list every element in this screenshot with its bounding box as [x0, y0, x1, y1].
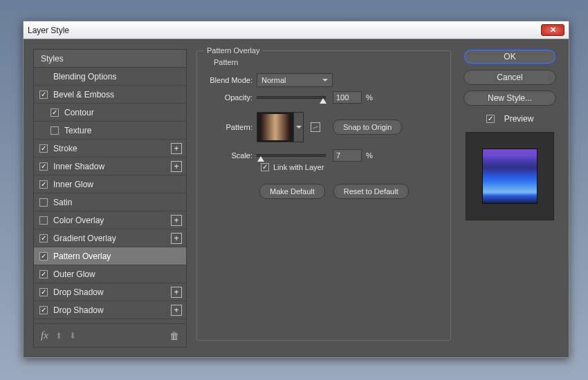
sidebar-item-label: Stroke: [53, 144, 77, 153]
snap-to-origin-button[interactable]: Snap to Origin: [333, 120, 402, 135]
link-with-layer-label: Link with Layer: [273, 163, 324, 171]
create-pattern-icon[interactable]: [311, 122, 320, 132]
style-checkbox[interactable]: [39, 288, 48, 296]
make-default-button[interactable]: Make Default: [259, 184, 325, 199]
style-checkbox[interactable]: [50, 126, 59, 135]
opacity-input[interactable]: [333, 91, 362, 104]
window-title: Layer Style: [28, 26, 69, 35]
add-effect-icon[interactable]: +: [171, 305, 182, 316]
sidebar-item-label: Outer Glow: [53, 269, 95, 279]
sidebar-item-gradient-overlay[interactable]: Gradient Overlay+: [34, 229, 186, 247]
sidebar-item-stroke[interactable]: Stroke+: [34, 140, 186, 158]
sidebar-item-satin[interactable]: Satin: [34, 193, 186, 211]
blend-mode-select[interactable]: Normal: [257, 73, 333, 87]
scale-label: Scale:: [207, 151, 257, 160]
sidebar-item-label: Contour: [64, 108, 94, 117]
opacity-label: Opacity:: [207, 93, 257, 102]
sidebar-item-outer-glow[interactable]: Outer Glow: [34, 265, 186, 283]
scale-slider[interactable]: [257, 154, 326, 157]
opacity-slider[interactable]: [257, 96, 326, 99]
settings-panel: Pattern Overlay Pattern Blend Mode: Norm…: [196, 49, 451, 348]
preview-checkbox[interactable]: [486, 115, 495, 123]
close-icon: ✕: [550, 26, 556, 35]
style-checkbox[interactable]: [39, 234, 48, 243]
sidebar-item-inner-glow[interactable]: Inner Glow: [34, 175, 186, 193]
sidebar-item-label: Drop Shadow: [53, 305, 104, 315]
sidebar-item-label: Drop Shadow: [53, 287, 104, 297]
close-button[interactable]: ✕: [541, 24, 564, 36]
style-checkbox[interactable]: [50, 108, 59, 117]
sidebar-item-label: Satin: [53, 198, 72, 207]
fieldset-sublegend: Pattern: [214, 58, 238, 66]
style-checkbox[interactable]: [39, 180, 48, 189]
style-checkbox[interactable]: [39, 162, 48, 171]
cancel-button[interactable]: Cancel: [463, 70, 556, 85]
blend-mode-label: Blend Mode:: [207, 76, 257, 84]
opacity-unit: %: [366, 93, 373, 102]
sidebar-item-texture[interactable]: Texture: [34, 122, 186, 140]
sidebar-item-label: Color Overlay: [53, 216, 104, 225]
scale-input[interactable]: [333, 149, 362, 162]
style-checkbox[interactable]: [39, 270, 48, 278]
fx-icon[interactable]: fx: [41, 330, 48, 341]
preview-box: [466, 132, 554, 220]
add-effect-icon[interactable]: +: [171, 233, 182, 244]
sidebar-item-blending-options[interactable]: Blending Options: [34, 68, 186, 86]
pattern-overlay-fieldset: Pattern Overlay Pattern Blend Mode: Norm…: [196, 50, 451, 341]
reset-default-button[interactable]: Reset to Default: [333, 184, 409, 199]
styles-list-panel: Styles Blending Options Bevel & EmbossCo…: [33, 49, 187, 348]
sidebar-item-label: Inner Shadow: [53, 162, 104, 171]
scale-thumb[interactable]: [257, 153, 264, 162]
blend-mode-value: Normal: [261, 76, 286, 84]
style-checkbox[interactable]: [39, 198, 48, 207]
add-effect-icon[interactable]: +: [171, 287, 182, 298]
sidebar-item-drop-shadow[interactable]: Drop Shadow+: [34, 283, 186, 301]
sidebar-item-inner-shadow[interactable]: Inner Shadow+: [34, 158, 186, 175]
add-effect-icon[interactable]: +: [171, 215, 182, 226]
style-checkbox[interactable]: [39, 91, 48, 99]
style-checkbox[interactable]: [39, 144, 48, 153]
sidebar-item-label: Texture: [64, 126, 91, 135]
add-effect-icon[interactable]: +: [171, 143, 182, 154]
style-checkbox[interactable]: [39, 306, 48, 314]
sidebar-item-bevel-emboss[interactable]: Bevel & Emboss: [34, 86, 186, 104]
preview-toggle-row: Preview: [486, 114, 534, 124]
style-checkbox[interactable]: [39, 216, 48, 225]
link-with-layer-checkbox[interactable]: [261, 163, 269, 171]
move-down-icon[interactable]: ⬇: [69, 331, 76, 341]
layer-style-dialog: Layer Style ✕ Styles Blending Options Be…: [23, 21, 569, 358]
style-checkbox[interactable]: [39, 252, 48, 260]
sidebar-item-color-overlay[interactable]: Color Overlay+: [34, 211, 186, 229]
sidebar-item-label: Gradient Overlay: [53, 234, 116, 243]
preview-label: Preview: [504, 114, 534, 124]
trash-icon[interactable]: 🗑: [169, 330, 179, 341]
pattern-picker-dropdown[interactable]: [294, 112, 304, 142]
sidebar-item-contour[interactable]: Contour: [34, 104, 186, 122]
sidebar-item-label: Pattern Overlay: [53, 251, 111, 261]
styles-footer: fx ⬆ ⬇ 🗑: [34, 323, 186, 347]
preview-swatch: [483, 149, 537, 203]
opacity-thumb[interactable]: [320, 95, 327, 104]
pattern-thumbnail: [261, 114, 290, 140]
pattern-label: Pattern:: [207, 123, 257, 131]
pattern-swatch[interactable]: [257, 112, 294, 142]
styles-header[interactable]: Styles: [34, 50, 186, 68]
new-style-button[interactable]: New Style...: [463, 91, 556, 106]
sidebar-item-label: Blending Options: [53, 72, 116, 82]
add-effect-icon[interactable]: +: [171, 161, 182, 172]
sidebar-item-label: Inner Glow: [53, 180, 93, 189]
sidebar-item-drop-shadow[interactable]: Drop Shadow+: [34, 301, 186, 319]
sidebar-item-pattern-overlay[interactable]: Pattern Overlay: [34, 247, 186, 265]
titlebar[interactable]: Layer Style ✕: [24, 21, 569, 39]
right-panel: OK Cancel New Style... Preview: [461, 49, 559, 348]
scale-unit: %: [366, 151, 373, 160]
ok-button[interactable]: OK: [463, 49, 556, 64]
move-up-icon[interactable]: ⬆: [55, 331, 62, 341]
sidebar-item-label: Bevel & Emboss: [53, 90, 114, 99]
fieldset-legend: Pattern Overlay: [204, 46, 262, 55]
